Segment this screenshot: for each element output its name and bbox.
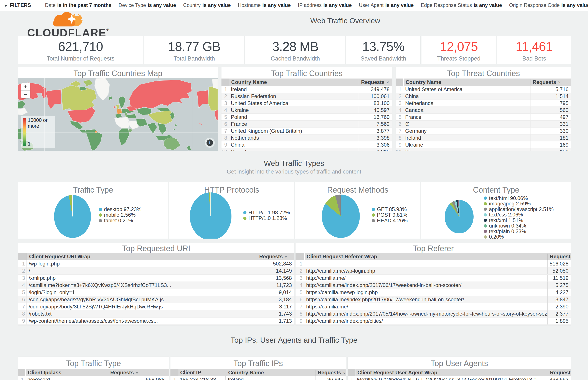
sort-desc-icon: ∨ xyxy=(284,255,287,258)
legend-dot-icon xyxy=(484,208,487,211)
column-header-requests[interactable]: Requests∨ xyxy=(257,254,294,260)
column-header-country-name[interactable]: Country Name xyxy=(226,369,315,376)
row-rank: 7 xyxy=(296,303,304,310)
card-content-type: Content Type text/html 90.06%image/jpeg … xyxy=(421,182,571,239)
table-cell: http://camilia.me/index.php/cities/ xyxy=(304,318,547,324)
http-protocols-pie-chart[interactable] xyxy=(190,192,231,239)
table-cell: 502,848 xyxy=(257,260,294,267)
table-row: 4http://camilia.me/index.php/2017/06/17/… xyxy=(296,282,571,289)
card-top-threat-countries: Top Threat Countries Country Name Reques… xyxy=(396,67,571,151)
filter-condition: is any value xyxy=(262,2,290,8)
legend-item: HTTP/1.0 1.28% xyxy=(243,215,290,221)
table-cell: 438,562 xyxy=(547,376,571,380)
card-title: Top Traffic Type xyxy=(18,357,169,369)
table-body: 1516,0282http://camilia.me/wp-login.php5… xyxy=(296,260,571,325)
filter-item-edge-response-status[interactable]: Edge Response Statusis any value xyxy=(421,2,502,8)
column-header-referer[interactable]: Client Request Referer Wrap xyxy=(305,254,547,260)
row-rank: 2 xyxy=(18,267,27,274)
legend-dot-icon xyxy=(99,208,102,211)
filter-item-date[interactable]: Dateis in the past 7 months xyxy=(45,2,111,8)
table-cell: 3,847 xyxy=(547,296,571,303)
row-rank: 1 xyxy=(296,260,304,267)
cloudflare-analytics-dashboard: ▶ FILTERS Dateis in the past 7 monthsDev… xyxy=(0,0,588,380)
row-rank: 1 xyxy=(18,260,27,267)
filter-item-device-type[interactable]: Device Typeis any value xyxy=(119,2,176,8)
legend-label: HTTP/1.0 1.28% xyxy=(248,215,287,221)
request-methods-pie-chart[interactable] xyxy=(322,194,360,238)
legend-item: text/plain 0.33% xyxy=(484,228,554,234)
table-cell: 52,050 xyxy=(547,267,571,274)
zoom-out-button[interactable]: − xyxy=(21,91,30,98)
filter-name: IP address xyxy=(298,2,322,8)
row-rank: 9 xyxy=(396,141,403,148)
row-rank: 7 xyxy=(18,303,27,310)
column-header-ipclass[interactable]: Client Ipclass xyxy=(26,370,108,376)
zoom-in-button[interactable]: + xyxy=(21,83,30,91)
table-cell: 2,377 xyxy=(547,310,571,317)
column-header-requests[interactable]: Requests∨ xyxy=(315,370,346,376)
table-cell: 1,895 xyxy=(547,318,571,324)
world-map[interactable]: + − 10000 or more 1 i xyxy=(18,78,218,151)
table-cell: Poland xyxy=(229,114,359,120)
stat-value: 11,461 xyxy=(497,39,571,54)
page-title: Web Traffic Overview xyxy=(310,17,380,25)
column-header-requests[interactable]: Requests∨ xyxy=(547,370,571,376)
filter-name: Country xyxy=(183,2,201,8)
table-row: 5Poland16,760 xyxy=(222,114,392,121)
table-cell: 96,945 xyxy=(315,376,346,380)
section-subtitle: Get insight into the various types of tr… xyxy=(227,168,361,175)
sort-desc-icon: ∨ xyxy=(343,371,346,374)
filter-item-user-agent[interactable]: User Agentis any value xyxy=(359,2,414,8)
column-header-country-name[interactable]: Country Name xyxy=(229,79,359,85)
row-rank: 1 xyxy=(222,86,229,93)
map-info-button[interactable]: i xyxy=(205,138,215,148)
legend-item: tablet 0.21% xyxy=(99,218,141,223)
table-cell: 181 xyxy=(530,134,571,141)
column-header-requests[interactable]: Requests∨ xyxy=(530,79,571,85)
row-rank: 2 xyxy=(296,267,304,274)
table-cell: https://camilia.me/index.php/2017/06/17/… xyxy=(304,297,547,303)
traffic-type-pie-chart[interactable] xyxy=(54,195,91,238)
legend-max-label: 10000 or more xyxy=(28,117,55,129)
filter-name: Edge Response Status xyxy=(421,2,472,8)
column-header-client-ip[interactable]: Client IP xyxy=(178,370,226,376)
table-cell: https://camilia.me/wp-login.php xyxy=(304,289,547,295)
stat-label: Bad Bots xyxy=(497,55,571,62)
table-cell: /xmlrpc.php xyxy=(27,275,257,281)
table-cell: /login/?login_only=1 xyxy=(27,289,257,295)
legend-label: application/javascript 2.51% xyxy=(489,206,554,212)
table-header: Country Name Requests∨ xyxy=(222,78,392,86)
card-title: Top Threat Countries xyxy=(396,67,571,78)
filter-name: Device Type xyxy=(119,2,146,8)
table-header: Country Name Requests∨ xyxy=(396,78,571,86)
filters-toggle[interactable]: ▶ FILTERS xyxy=(5,2,31,8)
column-header-user-agent[interactable]: Client Request User Agent Wrap xyxy=(355,370,547,376)
content-type-pie-chart[interactable] xyxy=(445,200,474,233)
filter-item-hostname[interactable]: Hostnameis any value xyxy=(238,2,291,8)
legend-label: 0.20% xyxy=(489,234,504,239)
table-row: 8Ireland181 xyxy=(396,134,571,141)
table-body: 1185.234.218.33Ireland96,945 xyxy=(170,376,346,380)
column-header-requests[interactable]: Requests∨ xyxy=(547,254,571,260)
table-cell: 349,478 xyxy=(359,86,392,93)
row-rank: 1 xyxy=(170,376,178,380)
column-header-requests[interactable]: Requests∨ xyxy=(359,79,392,85)
table-cell: / xyxy=(27,268,257,274)
table-row: 4Canada560 xyxy=(396,107,571,114)
table-row: 2/14,149 xyxy=(18,267,294,275)
row-rank: 4 xyxy=(222,107,229,114)
sort-desc-icon: ∨ xyxy=(386,80,389,84)
table-header: Client Request User Agent Wrap Requests∨ xyxy=(348,369,571,376)
column-header-uri[interactable]: Client Request URI Wrap xyxy=(27,254,257,260)
stat-label: Threats Stopped xyxy=(422,55,496,62)
table-cell: /camilia.me?token=s3+7k6XQvKwzp5/4XSs4rh… xyxy=(27,282,257,288)
column-header-requests[interactable]: Requests∨ xyxy=(108,370,169,376)
filter-item-origin-response-code[interactable]: Origin Response Codeis any value xyxy=(509,2,588,8)
column-header-country-name[interactable]: Country Name xyxy=(404,79,530,85)
table-cell: China xyxy=(403,93,530,99)
row-rank: 6 xyxy=(396,121,403,127)
stat-card-cached-bandwidth: 3.28 MB Cached Bandwidth xyxy=(245,36,345,64)
filter-item-country[interactable]: Countryis any value xyxy=(183,2,231,8)
legend-item: text/html 90.06% xyxy=(484,195,554,201)
filter-item-ip-address[interactable]: IP addressis any value xyxy=(298,2,352,8)
